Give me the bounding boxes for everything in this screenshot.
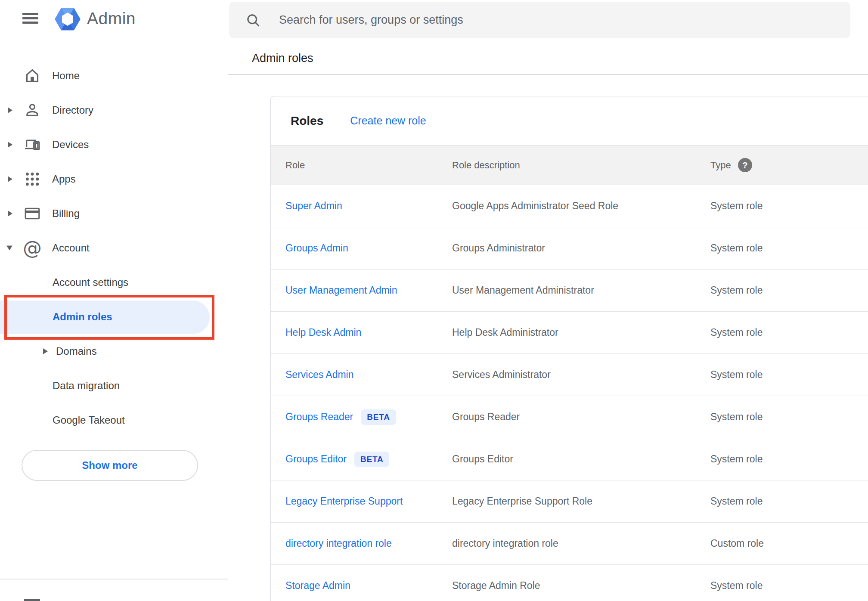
sidebar-bottom-divider [0,579,228,579]
column-header-type: Type ? [710,158,868,172]
search-icon [245,12,261,28]
role-link[interactable]: Groups Editor [285,453,347,465]
person-icon [23,101,41,119]
column-header-role: Role [285,160,452,171]
role-cell: Groups Admin [285,242,452,254]
role-description: Groups Reader [452,411,710,423]
sidebar-item-data-migration[interactable]: Data migration [0,369,228,403]
create-new-role-link[interactable]: Create new role [350,115,426,127]
sidebar-item-directory[interactable]: Directory [0,93,228,127]
role-link[interactable]: Groups Admin [285,242,348,254]
table-row: Groups Reader BETA Groups Reader System … [271,396,868,438]
search-bar [229,2,850,38]
sidebar-item-home[interactable]: Home [0,59,228,93]
at-sign-icon: @ [23,239,41,257]
table-row: User Management Admin User Management Ad… [271,270,868,312]
role-description: Services Administrator [452,369,710,381]
role-cell: Services Admin [285,369,452,381]
role-description: Groups Editor [452,453,710,465]
sidebar-item-label: Home [52,70,80,82]
role-link[interactable]: Help Desk Admin [285,327,361,338]
roles-panel-header: Roles Create new role [271,96,868,145]
devices-icon [23,136,41,154]
role-type: Custom role [710,538,868,549]
role-cell: Storage Admin [285,580,452,592]
sidebar-item-label: Data migration [53,380,120,392]
table-row: Groups Editor BETA Groups Editor System … [271,438,868,480]
expand-arrow-icon [43,348,48,354]
sidebar-item-label: Billing [52,208,80,220]
table-row: Help Desk Admin Help Desk Administrator … [271,312,868,354]
beta-badge: BETA [354,452,390,467]
sidebar-item-google-takeout[interactable]: Google Takeout [0,403,228,437]
sidebar-item-label: Directory [52,104,93,116]
table-header-row: Role Role description Type ? [271,145,868,185]
breadcrumb: Admin roles [252,52,313,65]
role-link[interactable]: User Management Admin [285,285,397,296]
breadcrumb-divider [228,74,868,75]
column-header-type-label: Type [710,160,731,171]
clipped-sidebar-icon [24,599,40,601]
table-row: Legacy Enterprise Support Legacy Enterpr… [271,480,868,523]
role-type: System role [710,453,868,465]
column-header-role-description: Role description [452,160,710,171]
table-row: directory integration role directory int… [271,523,868,565]
role-type: System role [710,580,868,592]
role-type: System role [710,411,868,423]
panel-title: Roles [291,114,323,128]
role-cell: Groups Editor BETA [285,452,452,467]
sidebar-item-label: Apps [52,173,76,185]
role-cell: directory integration role [285,538,452,549]
role-description: User Management Administrator [452,285,710,296]
role-cell: Super Admin [285,200,452,212]
sidebar-item-label: Admin roles [53,311,112,323]
sidebar-item-billing[interactable]: Billing [0,196,228,231]
sidebar-item-account-settings[interactable]: Account settings [0,265,228,300]
table-row: Super Admin Google Apps Administrator Se… [271,185,868,227]
google-admin-console: Admin Home [0,0,868,601]
search-input[interactable] [278,13,850,27]
sidebar-item-label: Account [52,242,90,254]
role-link[interactable]: Legacy Enterprise Support [285,496,403,507]
role-description: Groups Administrator [452,242,710,254]
sidebar-item-account[interactable]: @ Account [0,231,228,265]
show-more-button[interactable]: Show more [22,450,198,481]
sidebar-item-domains[interactable]: Domains [0,334,228,369]
sidebar-item-label: Domains [56,345,97,357]
role-type: System role [710,496,868,507]
help-icon[interactable]: ? [738,158,752,172]
expand-arrow-icon [8,142,12,148]
admin-logo-icon [54,7,81,31]
role-type: System role [710,369,868,381]
beta-badge: BETA [361,409,396,425]
collapse-arrow-icon [6,246,12,251]
role-link[interactable]: Services Admin [285,369,354,381]
role-description: Storage Admin Role [452,580,710,592]
role-link[interactable]: directory integration role [285,538,392,549]
sidebar-item-devices[interactable]: Devices [0,127,228,162]
table-row: Groups Admin Groups Administrator System… [271,227,868,270]
home-icon [23,67,41,85]
sidebar-nav: Home Directory [0,59,228,437]
credit-card-icon [23,204,41,223]
role-type: System role [710,327,868,338]
roles-table-body: Super Admin Google Apps Administrator Se… [271,185,868,601]
role-type: System role [710,200,868,212]
expand-arrow-icon [8,176,12,182]
role-description: Legacy Enterprise Support Role [452,496,710,507]
roles-panel: Roles Create new role Role Role descript… [270,96,868,601]
brand-bar: Admin [0,0,228,39]
sidebar-item-admin-roles[interactable]: Admin roles [0,300,228,334]
expand-arrow-icon [8,211,12,217]
role-description: Help Desk Administrator [452,327,710,338]
role-cell: Groups Reader BETA [285,409,452,425]
sidebar: Admin Home [0,0,228,601]
sidebar-item-apps[interactable]: Apps [0,162,228,196]
sidebar-item-label: Google Takeout [53,414,125,426]
role-link[interactable]: Groups Reader [285,411,353,423]
role-link[interactable]: Super Admin [285,200,342,212]
role-type: System role [710,242,868,254]
role-link[interactable]: Storage Admin [285,580,350,592]
role-description: Google Apps Administrator Seed Role [452,200,710,212]
hamburger-menu-icon[interactable] [22,13,38,24]
